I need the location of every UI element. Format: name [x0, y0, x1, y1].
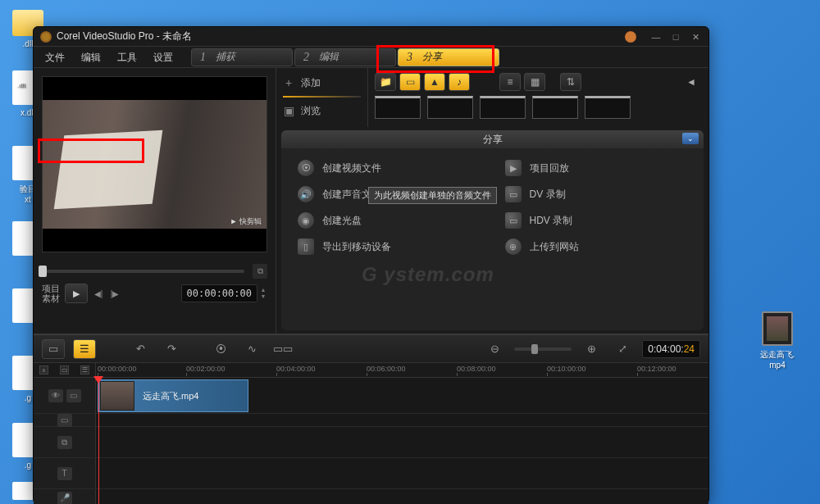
preview-viewport[interactable]: ► 快剪辑 — [42, 76, 267, 252]
cat-audio[interactable]: ♪ — [449, 73, 470, 91]
share-panel: 分享 ⌄ ⦿ 创建视频文件 ▶ 项目回放 🔊 创建声音文件 为此 — [281, 130, 704, 330]
share-project-playback[interactable]: ▶ 项目回放 — [505, 160, 688, 176]
videostudio-window: Corel VideoStudio Pro - 未命名 — □ ✕ 文件 编辑 … — [33, 26, 709, 504]
folder-icon: ▣ — [283, 105, 294, 116]
hide-icon[interactable]: ◄ — [681, 73, 702, 91]
expand-icon[interactable]: ⧉ — [253, 264, 267, 279]
fit-button[interactable]: ⤢ — [611, 339, 634, 359]
sound-icon: 🔊 — [298, 186, 314, 202]
prev-frame-button[interactable]: ◀| — [91, 285, 106, 302]
share-header: 分享 ⌄ — [281, 130, 704, 148]
track-area[interactable]: 远走高飞.mp4 — [96, 378, 708, 413]
library-thumbnails — [375, 96, 702, 119]
timeline-ruler[interactable]: ± ▭ ☰ 00:00:00:00 00:02:00:00 00:04:00:0… — [34, 363, 708, 378]
lib-thumb[interactable] — [427, 96, 473, 119]
overlay-track-1: ▭ — [34, 414, 708, 427]
cat-folder[interactable]: 📁 — [375, 73, 396, 91]
video-track: 👁▭ 远走高飞.mp4 — [34, 378, 708, 414]
record-button[interactable]: ⦿ — [209, 339, 232, 359]
play-button[interactable]: ▶ — [65, 284, 88, 303]
lib-thumb[interactable] — [585, 96, 631, 119]
step-capture[interactable]: 1捕获 — [191, 48, 293, 66]
share-export-mobile[interactable]: ▯ 导出到移动设备 — [298, 238, 481, 255]
menu-tools[interactable]: 工具 — [109, 47, 145, 68]
project-duration: 0:04:00:24 — [642, 340, 700, 358]
share-hdv-record[interactable]: ▭ HDV 录制 — [505, 212, 688, 229]
preview-watermark: ► 快剪辑 — [230, 216, 262, 227]
help-icon[interactable] — [625, 31, 636, 43]
titlebar: Corel VideoStudio Pro - 未命名 — □ ✕ — [34, 27, 708, 47]
sort-button[interactable]: ⇅ — [560, 73, 581, 91]
voice-track: 🎤 — [34, 489, 708, 504]
timecode-spinner[interactable]: ▲▼ — [259, 287, 267, 300]
lib-thumb[interactable] — [375, 96, 421, 119]
zoom-in-button[interactable]: ⊕ — [580, 339, 603, 359]
zoom-slider[interactable] — [514, 347, 572, 351]
clip-thumbnail — [100, 381, 134, 411]
menu-file[interactable]: 文件 — [37, 47, 73, 68]
track-area[interactable] — [96, 427, 708, 457]
storyboard-view-button[interactable]: ▭ — [42, 339, 65, 359]
cat-photo[interactable]: ▲ — [424, 73, 445, 91]
playhead-line — [98, 378, 99, 504]
collapse-icon[interactable]: ⌄ — [682, 133, 699, 144]
audio-mixer-button[interactable]: ∿ — [240, 339, 263, 359]
share-create-video[interactable]: ⦿ 创建视频文件 — [298, 160, 481, 176]
share-create-audio[interactable]: 🔊 创建声音文件 为此视频创建单独的音频文件 — [298, 186, 481, 202]
playhead-icon[interactable] — [93, 376, 103, 384]
voice-track-icon: 🎤 — [57, 492, 72, 505]
dv-icon: ▭ — [505, 186, 522, 202]
eye-icon[interactable]: 👁 — [48, 389, 63, 402]
menu-edit[interactable]: 编辑 — [73, 47, 109, 68]
video-track-icon: ▭ — [66, 389, 81, 402]
track-area[interactable] — [96, 458, 708, 488]
video-clip[interactable]: 远走高飞.mp4 — [98, 379, 248, 412]
share-upload-web[interactable]: ⊕ 上传到网站 — [505, 238, 688, 255]
lib-thumb[interactable] — [480, 96, 526, 119]
share-dv-record[interactable]: ▭ DV 录制 — [505, 186, 688, 202]
zoom-out-button[interactable]: ⊖ — [483, 339, 506, 359]
hdv-icon: ▭ — [505, 212, 522, 229]
desktop-video-file[interactable]: 远走高飞. mp4 — [753, 311, 802, 370]
ruler-btn[interactable]: ☰ — [80, 366, 89, 375]
step-share[interactable]: 3分享 — [398, 48, 499, 66]
app-logo-icon — [40, 31, 52, 43]
film-icon: ⦿ — [298, 160, 314, 176]
library-browse[interactable]: ▣浏览 — [283, 101, 361, 120]
plus-icon: + — [283, 77, 294, 89]
ruler-btn[interactable]: ▭ — [60, 366, 69, 375]
view-list[interactable]: ≡ — [499, 73, 521, 91]
cat-video[interactable]: ▭ — [399, 73, 421, 91]
icon-label: 远走高飞. mp4 — [753, 349, 802, 370]
divider — [283, 96, 361, 98]
track-area[interactable] — [96, 414, 708, 426]
mobile-icon: ▯ — [298, 238, 314, 255]
close-button[interactable]: ✕ — [689, 32, 702, 42]
share-create-disc[interactable]: ◉ 创建光盘 — [298, 212, 481, 229]
title-track-icon: T — [57, 467, 72, 480]
view-grid[interactable]: ▦ — [524, 73, 545, 91]
library-add[interactable]: +添加 — [283, 73, 361, 93]
next-frame-button[interactable]: |▶ — [107, 285, 122, 302]
ruler-btn[interactable]: ± — [39, 366, 48, 375]
disc-icon: ◉ — [298, 212, 314, 229]
timecode-display[interactable]: 00:00:00:00 — [181, 284, 257, 302]
lib-thumb[interactable] — [532, 96, 578, 119]
replay-icon: ▶ — [505, 160, 522, 176]
menu-settings[interactable]: 设置 — [145, 47, 181, 68]
step-edit[interactable]: 2编辑 — [294, 48, 396, 66]
track-area[interactable] — [96, 489, 708, 504]
timeline-view-button[interactable]: ☰ — [73, 339, 96, 359]
undo-button[interactable]: ↶ — [129, 339, 152, 359]
scrub-handle[interactable] — [39, 266, 47, 277]
maximize-button[interactable]: □ — [669, 32, 682, 42]
title-track: T — [34, 458, 708, 489]
batch-button[interactable]: ▭▭ — [271, 339, 294, 359]
scrub-slider[interactable] — [42, 270, 244, 273]
overlay-track-icon: ▭ — [57, 414, 72, 427]
overlay-track-icon: ⧉ — [57, 436, 72, 449]
timeline-toolbar: ▭ ☰ ↶ ↷ ⦿ ∿ ▭▭ ⊖ ⊕ ⤢ 0:04:00:24 — [34, 335, 708, 363]
overlay-track-2: ⧉ — [34, 427, 708, 458]
redo-button[interactable]: ↷ — [160, 339, 183, 359]
minimize-button[interactable]: — — [649, 32, 663, 42]
